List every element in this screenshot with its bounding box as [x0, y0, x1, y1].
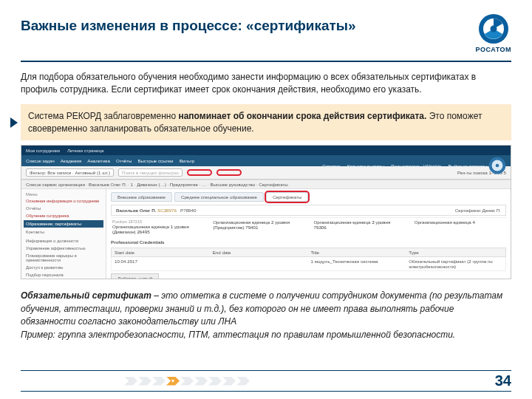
page-number: 34 [495, 372, 511, 389]
sidebar-item-training[interactable]: Обучение сотрудника [26, 213, 101, 219]
toolbar-quicklinks[interactable]: Быстрые ссылки [138, 158, 174, 163]
callout-bold: напоминает об окончании срока действия с… [178, 111, 426, 121]
cred-table-header: Start date End date Title Type [111, 248, 506, 257]
highlight-ring-tab [265, 191, 310, 203]
lvl3-value: Организационная единица 3 уровня 79306 [314, 219, 391, 230]
sidebar-item-position[interactable]: Информация о должности [26, 238, 101, 244]
tab-my-employees[interactable]: Мои сотрудники [26, 148, 60, 153]
cell-end [213, 259, 307, 269]
col-title: Title [311, 250, 405, 255]
toolbar-logout[interactable]: Выйти из системы [448, 163, 487, 168]
toolbar-analytics[interactable]: Аналитика [87, 158, 110, 163]
lvl1-value: Организационная единица 1 уровня (Дивизи… [112, 224, 189, 234]
embedded-screenshot: Мои сотрудники Личная страница Список за… [21, 145, 511, 279]
sidebar-item-contacts[interactable]: Контакты [26, 229, 101, 235]
app-top-tabs: Мои сотрудники Личная страница [21, 146, 511, 155]
chevron-step [124, 377, 137, 386]
credentials-heading: Professional Credentials [111, 239, 506, 245]
svg-point-2 [490, 26, 497, 33]
highlight-ring-2 [216, 169, 242, 176]
sidebar-header: Меню [26, 192, 101, 197]
chevron-step-active: ▾ [166, 377, 180, 386]
sidebar-item-dev[interactable]: Доступ к развитию [26, 265, 101, 270]
tab-certificates[interactable]: Сертификаты [266, 192, 308, 202]
employee-id: SC38976 [157, 208, 177, 213]
brand-name: РОСАТОМ [476, 46, 511, 53]
definition-text: Обязательный сертификат – это отметка в … [21, 290, 511, 341]
definition-lead: Обязательный сертификат [21, 290, 151, 301]
cell-type: Обязательный сертификат (2 группа по эле… [409, 259, 502, 269]
tab-secondary-edu[interactable]: Среднее специальное образование [174, 192, 264, 202]
org-row: Position 187215Организационная единица 1… [111, 217, 506, 236]
toolbar-tasks[interactable]: Список задач [26, 158, 55, 163]
filter-pill[interactable]: Фильтр: Все записи · Активный (1 шт.) [26, 168, 114, 177]
svg-point-5 [496, 164, 499, 168]
app-toolbar: Список задач Академия Аналитика Отчёты Б… [21, 155, 511, 166]
header-divider [21, 61, 511, 62]
chevron-step [138, 377, 151, 386]
progress-chevrons: ▾ [124, 377, 250, 386]
chevron-step [208, 377, 222, 386]
slide-footer: ▾ 34 [21, 370, 511, 392]
sidebar-item-education[interactable]: Образование; сертификаты [24, 220, 103, 228]
add-button[interactable]: Добавить новый [111, 273, 159, 279]
callout-prefix: Система РЕКОРД заблаговременно [28, 111, 178, 121]
sidebar: Меню Основная информация о сотруднике От… [21, 189, 106, 279]
callout-box: Система РЕКОРД заблаговременно напоминае… [21, 104, 511, 141]
content-pane: Внешнее образование Среднее специальное … [106, 189, 511, 279]
col-start: Start date [115, 250, 208, 255]
lvl2-value: Организационная единица 2 уровня (Предпр… [213, 219, 290, 230]
toolbar-user: Пользователь: VAfankin [391, 163, 441, 168]
toolbar-academy[interactable]: Академия [61, 158, 82, 163]
sidebar-item-info[interactable]: Основная информация о сотруднике [26, 198, 101, 204]
brand-logo: РОСАТОМ [476, 13, 511, 53]
chevron-step [222, 377, 236, 386]
search-input[interactable]: Поиск в текущих фильтрах [118, 168, 183, 177]
employee-name: Васильев Олег П. [116, 208, 156, 213]
chevron-step [180, 377, 194, 386]
sidebar-item-perf[interactable]: Управление эффективностью [26, 245, 101, 251]
breadcrumb: Список сервис организации · Васильев Оле… [21, 180, 511, 189]
sidebar-item-recruit[interactable]: Подбор персонала [26, 272, 101, 278]
chevron-step [194, 377, 208, 386]
toolbar-help[interactable]: Справка [322, 163, 340, 168]
col-end: End date [213, 250, 307, 255]
definition-example: Пример: группа электробезопасности, ПТМ,… [21, 330, 455, 340]
toolbar-careermaps[interactable]: Карьерные карты [347, 163, 385, 168]
tab-personal-page[interactable]: Личная страница [67, 148, 103, 153]
inner-tabs: Внешнее образование Среднее специальное … [111, 192, 506, 202]
employee-pos: P78940 [180, 208, 196, 213]
toolbar-reports[interactable]: Отчёты [116, 158, 132, 163]
intro-text: Для подбора обязательного обучения необх… [21, 71, 511, 97]
rosatom-mini-icon [488, 157, 506, 174]
cell-start: 10.04.2017 [115, 259, 208, 269]
sidebar-item-plan[interactable]: Планирование карьеры и преемственности [26, 253, 101, 263]
table-row[interactable]: 10.04.2017 1 модуль_Техническая система … [111, 257, 506, 271]
page-title: Важные изменения в процессе: «сертификат… [21, 18, 356, 34]
lvl4-value: Организационная единица 4 [415, 219, 475, 225]
chevron-step [152, 377, 166, 386]
cell-title: 1 модуль_Техническая система [311, 259, 405, 269]
employee-manager: Сертификат Денис П. [455, 208, 501, 213]
highlight-ring-1 [187, 169, 212, 176]
sidebar-item-reports[interactable]: Отчёты [26, 205, 101, 211]
tab-external-edu[interactable]: Внешнее образование [111, 192, 172, 202]
slide-header: Важные изменения в процессе: «сертификат… [21, 13, 511, 53]
rosatom-icon [478, 13, 509, 44]
toolbar-filter[interactable]: Фильтр [179, 158, 194, 163]
chevron-step [236, 377, 250, 386]
col-type: Type [409, 250, 502, 255]
